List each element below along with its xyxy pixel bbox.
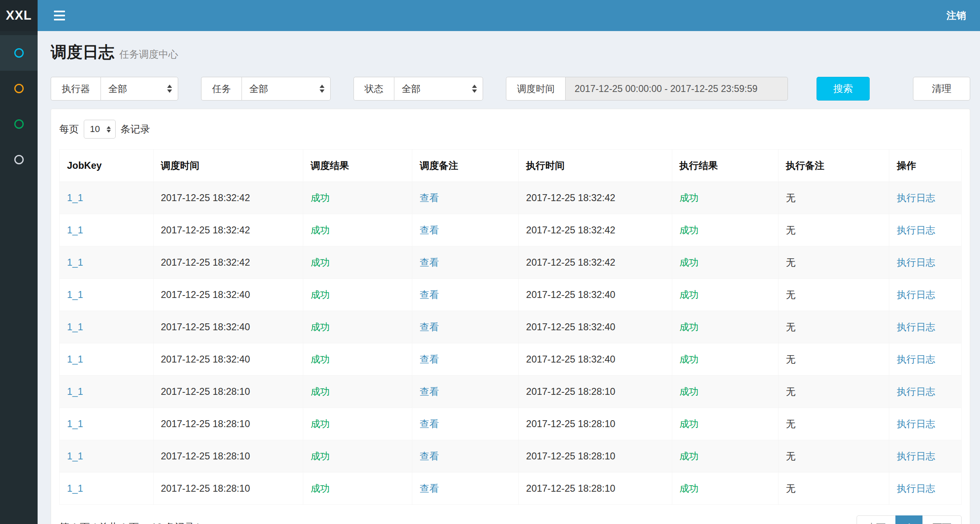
select-arrows-icon [472,85,477,93]
table-row: 1_12017-12-25 18:32:42成功查看2017-12-25 18:… [60,214,962,246]
handle-msg-cell: 无 [778,343,889,376]
exec-log-link[interactable]: 执行日志 [897,193,935,203]
sidebar-item-1[interactable] [0,35,38,71]
column-header: 执行备注 [778,150,889,182]
trigger-msg-link[interactable]: 查看 [420,193,439,203]
current-page-button[interactable]: 1 [895,515,923,524]
status-filter-group: 状态 全部 [354,77,483,101]
menu-icon[interactable] [50,7,69,25]
pagination: 上页 1 下页 [857,515,962,524]
trigger-msg-link[interactable]: 查看 [420,289,439,300]
exec-log-link[interactable]: 执行日志 [897,354,935,365]
sidebar-item-2[interactable] [0,71,38,106]
jobkey-link-cell: 1_1 [60,311,154,343]
exec-log-link[interactable]: 执行日志 [897,257,935,268]
sidebar-item-4[interactable] [0,142,38,177]
jobkey-link[interactable]: 1_1 [67,225,83,235]
trigger-msg-link[interactable]: 查看 [420,322,439,332]
handle-result-cell: 成功 [672,182,778,214]
status-filter-label: 状态 [354,77,394,101]
job-filter-group: 任务 全部 [201,77,331,101]
exec-log-link-cell: 执行日志 [889,440,962,472]
trigger-time-cell: 2017-12-25 18:32:40 [153,311,303,343]
trigger-result-cell: 成功 [303,311,412,343]
circle-icon [14,84,24,93]
handle-msg-cell: 无 [778,408,889,440]
status-filter-select[interactable]: 全部 [394,77,483,101]
executor-filter-label: 执行器 [51,77,101,101]
jobkey-link[interactable]: 1_1 [67,419,83,429]
trigger-time-cell: 2017-12-25 18:32:40 [153,279,303,311]
trigger-msg-link-cell: 查看 [412,311,518,343]
job-filter-select[interactable]: 全部 [242,77,331,101]
sidebar-item-3[interactable] [0,106,38,142]
table-row: 1_12017-12-25 18:28:10成功查看2017-12-25 18:… [60,408,962,440]
clear-button[interactable]: 清理 [913,77,970,101]
trigger-msg-link[interactable]: 查看 [420,419,439,429]
trigger-result-cell: 成功 [303,214,412,246]
trigger-msg-link-cell: 查看 [412,343,518,376]
trigger-time-filter-label: 调度时间 [506,77,565,101]
exec-log-link[interactable]: 执行日志 [897,289,935,300]
jobkey-link-cell: 1_1 [60,343,154,376]
page-size-select[interactable]: 10 [84,120,116,139]
jobkey-link-cell: 1_1 [60,214,154,246]
handle-msg-cell: 无 [778,311,889,343]
executor-filter-group: 执行器 全部 [51,77,178,101]
trigger-msg-link[interactable]: 查看 [420,257,439,268]
jobkey-link[interactable]: 1_1 [67,483,83,494]
prev-page-button[interactable]: 上页 [857,515,896,524]
trigger-result-cell: 成功 [303,182,412,214]
circle-icon [14,155,24,164]
page-title: 调度日志 [51,43,114,61]
jobkey-link[interactable]: 1_1 [67,451,83,461]
trigger-result-cell: 成功 [303,472,412,505]
next-page-button[interactable]: 下页 [922,515,962,524]
exec-log-link[interactable]: 执行日志 [897,322,935,332]
handle-result-cell: 成功 [672,311,778,343]
trigger-msg-link[interactable]: 查看 [420,354,439,365]
exec-log-link[interactable]: 执行日志 [897,419,935,429]
jobkey-link[interactable]: 1_1 [67,354,83,365]
handle-time-cell: 2017-12-25 18:32:40 [519,343,672,376]
trigger-msg-link[interactable]: 查看 [420,386,439,397]
logout-link[interactable]: 注销 [943,5,969,26]
jobkey-link[interactable]: 1_1 [67,386,83,397]
table-row: 1_12017-12-25 18:32:40成功查看2017-12-25 18:… [60,279,962,311]
table-footer: 第 1 页 ( 总共 1 页， 10 条记录 ) 上页 1 下页 [59,515,962,524]
column-header: JobKey [60,150,154,182]
jobkey-link[interactable]: 1_1 [67,193,83,203]
handle-time-cell: 2017-12-25 18:28:10 [519,408,672,440]
trigger-msg-link[interactable]: 查看 [420,225,439,235]
exec-log-link[interactable]: 执行日志 [897,451,935,461]
exec-log-link[interactable]: 执行日志 [897,225,935,235]
select-arrows-icon [107,126,111,132]
exec-log-link-cell: 执行日志 [889,214,962,246]
handle-msg-cell: 无 [778,440,889,472]
trigger-msg-link-cell: 查看 [412,472,518,505]
app-logo[interactable]: XXL [0,0,38,31]
handle-result-cell: 成功 [672,279,778,311]
trigger-time-cell: 2017-12-25 18:28:10 [153,376,303,408]
exec-log-link[interactable]: 执行日志 [897,483,935,494]
handle-result-cell: 成功 [672,246,778,279]
exec-log-link-cell: 执行日志 [889,279,962,311]
jobkey-link[interactable]: 1_1 [67,289,83,300]
jobkey-link[interactable]: 1_1 [67,257,83,268]
filter-bar: 执行器 全部 任务 全部 状态 全部 [51,77,970,101]
exec-log-link-cell: 执行日志 [889,311,962,343]
navbar-main: 注销 [38,0,980,31]
executor-filter-value: 全部 [108,83,127,95]
trigger-time-range-input[interactable]: 2017-12-25 00:00:00 - 2017-12-25 23:59:5… [565,77,788,101]
trigger-msg-link[interactable]: 查看 [420,451,439,461]
handle-result-cell: 成功 [672,343,778,376]
trigger-msg-link-cell: 查看 [412,214,518,246]
search-button[interactable]: 搜索 [817,77,870,101]
jobkey-link[interactable]: 1_1 [67,322,83,332]
job-filter-value: 全部 [249,83,268,95]
trigger-msg-link[interactable]: 查看 [420,483,439,494]
trigger-time-filter-group: 调度时间 2017-12-25 00:00:00 - 2017-12-25 23… [506,77,788,101]
handle-msg-cell: 无 [778,182,889,214]
executor-filter-select[interactable]: 全部 [101,77,178,101]
exec-log-link[interactable]: 执行日志 [897,386,935,397]
